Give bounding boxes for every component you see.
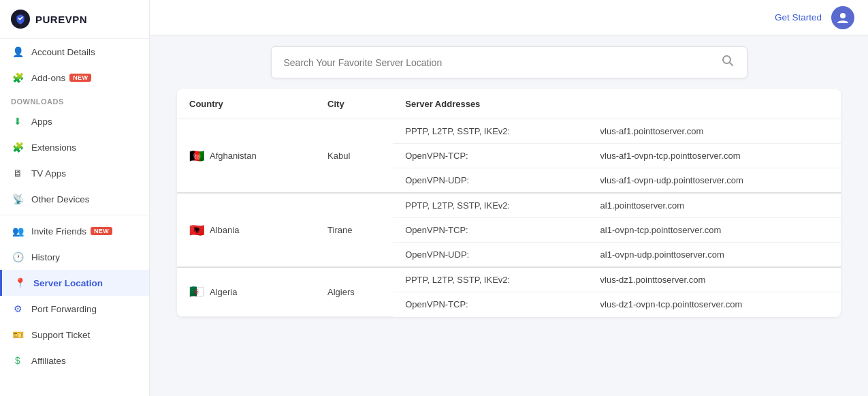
get-started-link[interactable]: Get Started — [775, 12, 822, 22]
country-cell: 🇦🇫Afghanistan — [177, 119, 315, 194]
server-address: al1-ovpn-udp.pointtoserver.com — [588, 243, 841, 268]
table-row: 🇦🇱AlbaniaTiranePPTP, L2TP, SSTP, IKEv2:a… — [177, 193, 841, 218]
country-name: Albania — [210, 225, 239, 235]
table-row: 🇩🇿AlgeriaAlgiersPPTP, L2TP, SSTP, IKEv2:… — [177, 267, 841, 292]
purevpn-logo-icon — [11, 10, 30, 29]
city-cell: Tirane — [315, 193, 393, 267]
server-table: Country City Server Addresses 🇦🇫Afghanis… — [177, 89, 841, 317]
protocol-label: PPTP, L2TP, SSTP, IKEv2: — [393, 119, 588, 144]
apps-icon: ⬇ — [11, 115, 25, 128]
sidebar-label-support: Support Ticket — [31, 330, 90, 340]
city-cell: Algiers — [315, 267, 393, 316]
col-city: City — [315, 89, 393, 119]
protocol-label: OpenVPN-TCP: — [393, 218, 588, 243]
sidebar-item-add-ons[interactable]: 🧩 Add-ons NEW — [0, 65, 149, 91]
sidebar-item-apps[interactable]: ⬇ Apps — [0, 108, 149, 134]
flag-icon: 🇦🇫 — [189, 149, 204, 164]
country-name: Algeria — [210, 287, 237, 297]
other-devices-icon: 📡 — [11, 192, 25, 206]
col-country: Country — [177, 89, 315, 119]
table-body: 🇦🇫AfghanistanKabulPPTP, L2TP, SSTP, IKEv… — [177, 119, 841, 317]
downloads-section-label: Downloads — [0, 91, 149, 108]
country-cell: 🇦🇱Albania — [177, 193, 315, 267]
sidebar-label-affiliates: Affiliates — [31, 356, 66, 366]
account-icon: 👤 — [11, 45, 25, 59]
user-avatar-icon — [836, 11, 850, 25]
svg-point-1 — [840, 13, 846, 18]
tv-apps-icon: 🖥 — [11, 166, 25, 180]
sidebar-label-invite-friends: Invite Friends — [31, 226, 86, 237]
server-address: al1-ovpn-tcp.pointtoserver.com — [588, 218, 841, 243]
sidebar-label-port-forwarding: Port Forwarding — [31, 304, 97, 314]
sidebar-item-support-ticket[interactable]: 🎫 Support Ticket — [0, 322, 149, 348]
table-row: 🇦🇫AfghanistanKabulPPTP, L2TP, SSTP, IKEv… — [177, 119, 841, 144]
sidebar-item-extensions[interactable]: 🧩 Extensions — [0, 134, 149, 160]
sidebar-item-account-details[interactable]: 👤 Account Details — [0, 39, 149, 65]
main-area: Get Started Country City — [150, 0, 868, 396]
history-icon: 🕐 — [11, 250, 25, 264]
flag-icon: 🇩🇿 — [189, 284, 204, 299]
sidebar-label-extensions: Extensions — [31, 142, 76, 153]
server-address: al1.pointtoserver.com — [588, 193, 841, 218]
extensions-icon: 🧩 — [11, 140, 25, 154]
server-address: vlus-dz1.pointtoserver.com — [588, 267, 841, 292]
sidebar-item-other-devices[interactable]: 📡 Other Devices — [0, 186, 149, 212]
sidebar-label-tv-apps: TV Apps — [31, 168, 66, 179]
protocol-label: OpenVPN-UDP: — [393, 168, 588, 194]
search-bar — [271, 46, 748, 78]
table-container: Country City Server Addresses 🇦🇫Afghanis… — [150, 89, 868, 396]
server-location-icon: 📍 — [13, 276, 27, 290]
sidebar-item-affiliates[interactable]: $ Affiliates — [0, 348, 149, 374]
sidebar-item-invite-friends[interactable]: 👥 Invite Friends NEW — [0, 218, 149, 244]
sidebar-item-history[interactable]: 🕐 History — [0, 244, 149, 270]
sidebar-label-account: Account Details — [31, 47, 95, 57]
protocol-label: PPTP, L2TP, SSTP, IKEv2: — [393, 193, 588, 218]
protocol-label: OpenVPN-TCP: — [393, 292, 588, 317]
flag-icon: 🇦🇱 — [189, 223, 204, 238]
sidebar-item-tv-apps[interactable]: 🖥 TV Apps — [0, 160, 149, 186]
svg-line-3 — [729, 63, 733, 66]
country-name: Afghanistan — [210, 151, 257, 161]
addons-badge: NEW — [69, 74, 91, 82]
col-server-addresses: Server Addresses — [393, 89, 841, 119]
addons-icon: 🧩 — [11, 71, 25, 85]
table-header: Country City Server Addresses — [177, 89, 841, 119]
search-bar-container — [150, 35, 868, 89]
server-address: vlus-af1-ovpn-udp.pointtoserver.com — [588, 168, 841, 194]
sidebar-item-server-location[interactable]: 📍 Server Location — [0, 270, 149, 296]
sidebar-label-apps: Apps — [31, 117, 52, 127]
invite-friends-icon: 👥 — [11, 224, 25, 238]
sidebar: PUREVPN 👤 Account Details 🧩 Add-ons NEW … — [0, 0, 150, 396]
sidebar-label-server-location: Server Location — [33, 278, 103, 288]
sidebar-header: PUREVPN — [0, 0, 149, 39]
top-bar: Get Started — [150, 0, 868, 35]
search-input[interactable] — [284, 57, 721, 68]
support-icon: 🎫 — [11, 328, 25, 341]
affiliates-icon: $ — [11, 354, 25, 367]
server-address: vlus-af1.pointtoserver.com — [588, 119, 841, 144]
port-forwarding-icon: ⚙ — [11, 302, 25, 316]
country-cell: 🇩🇿Algeria — [177, 267, 315, 316]
app-name: PUREVPN — [35, 14, 87, 25]
sidebar-label-addons: Add-ons — [31, 73, 65, 83]
city-cell: Kabul — [315, 119, 393, 194]
user-avatar[interactable] — [831, 6, 854, 29]
protocol-label: OpenVPN-TCP: — [393, 144, 588, 168]
sidebar-label-other-devices: Other Devices — [31, 194, 90, 204]
server-address: vlus-dz1-ovpn-tcp.pointtoserver.com — [588, 292, 841, 317]
invite-badge: NEW — [91, 227, 112, 235]
search-icon[interactable] — [721, 54, 735, 71]
protocol-label: OpenVPN-UDP: — [393, 243, 588, 268]
sidebar-item-port-forwarding[interactable]: ⚙ Port Forwarding — [0, 296, 149, 322]
server-address: vlus-af1-ovpn-tcp.pointtoserver.com — [588, 144, 841, 168]
sidebar-label-history: History — [31, 252, 60, 262]
protocol-label: PPTP, L2TP, SSTP, IKEv2: — [393, 267, 588, 292]
